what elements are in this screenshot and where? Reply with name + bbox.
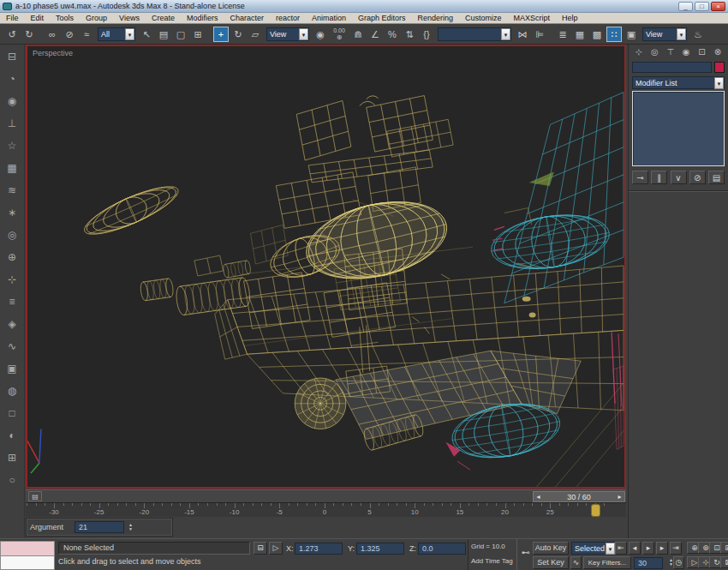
menu-item-reactor[interactable]: reactor bbox=[270, 14, 306, 22]
time-slider-track[interactable]: ▤ ◂ 30 / 60 ▸ bbox=[26, 489, 626, 502]
layer-manager-icon[interactable]: ≣ bbox=[555, 27, 570, 42]
go-to-start-button[interactable]: ⇤ bbox=[615, 542, 627, 555]
select-by-name-icon[interactable]: ▤ bbox=[156, 27, 171, 42]
menu-item-create[interactable]: Create bbox=[146, 14, 181, 22]
left-rail-icon-12[interactable]: ≡ bbox=[4, 294, 20, 309]
left-rail-icon-4[interactable]: ⊥ bbox=[4, 116, 20, 131]
render-type-dropdown-arrow-icon[interactable]: ▼ bbox=[677, 28, 686, 40]
select-object-icon[interactable]: ↖ bbox=[139, 27, 154, 42]
left-rail-icon-10[interactable]: ⊕ bbox=[4, 249, 20, 265]
viewport-label[interactable]: Perspective bbox=[33, 49, 73, 57]
undo-icon[interactable]: ↺ bbox=[4, 27, 20, 42]
named-selection-dropdown-arrow-icon[interactable]: ▼ bbox=[501, 28, 510, 40]
open-mini-trackview-button[interactable]: ▤ bbox=[28, 491, 42, 501]
pin-stack-button[interactable]: ⊸ bbox=[632, 171, 648, 184]
manipulate-toggle[interactable]: 0.00⊕ bbox=[330, 27, 349, 42]
time-configuration-button[interactable]: ◷ bbox=[673, 556, 684, 569]
menu-item-graph-editors[interactable]: Graph Editors bbox=[352, 14, 412, 22]
key-filters-button[interactable]: Key Filters... bbox=[583, 556, 631, 569]
wireframe-model-canvas[interactable] bbox=[27, 46, 624, 487]
left-rail-icon-18[interactable]: ◐ bbox=[4, 428, 20, 443]
percent-snap-icon[interactable]: % bbox=[385, 27, 400, 42]
play-button[interactable]: ▸ bbox=[642, 542, 654, 555]
menu-item-modifiers[interactable]: Modifiers bbox=[181, 14, 224, 22]
quick-render-icon[interactable]: ♨ bbox=[690, 27, 706, 42]
left-rail-icon-11[interactable]: ⊹ bbox=[4, 272, 20, 287]
object-color-swatch[interactable] bbox=[714, 62, 725, 73]
selection-region-icon[interactable]: ▢ bbox=[173, 27, 188, 42]
reference-coordinate-dropdown-arrow-icon[interactable]: ▼ bbox=[299, 28, 308, 40]
current-frame-field[interactable]: 30 bbox=[634, 557, 663, 569]
modifier-list-dropdown[interactable]: Modifier List ▼ bbox=[632, 76, 725, 89]
left-rail-icon-17[interactable]: □ bbox=[4, 405, 20, 421]
left-rail-icon-8[interactable]: ∗ bbox=[4, 205, 20, 220]
align-icon[interactable]: ⊫ bbox=[532, 27, 547, 42]
modifier-stack-list[interactable] bbox=[632, 91, 725, 166]
tab-hierarchy[interactable]: ⊤ bbox=[664, 46, 677, 58]
left-rail-icon-1[interactable]: ⊟ bbox=[4, 49, 20, 64]
bind-to-space-warp-icon[interactable]: ≈ bbox=[79, 27, 94, 42]
left-rail-icon-19[interactable]: ⊞ bbox=[4, 450, 20, 465]
spinner-snap-icon[interactable]: ⇅ bbox=[402, 27, 417, 42]
left-rail-icon-16[interactable]: ◍ bbox=[4, 383, 20, 399]
make-unique-button[interactable]: ∨ bbox=[671, 171, 687, 184]
tab-motion[interactable]: ◉ bbox=[679, 46, 693, 58]
material-editor-icon[interactable]: ∷ bbox=[606, 27, 622, 42]
render-scene-icon[interactable]: ▣ bbox=[624, 27, 639, 42]
select-and-scale-icon[interactable]: ▱ bbox=[248, 27, 263, 42]
select-and-link-icon[interactable]: ∞ bbox=[45, 27, 60, 42]
maxscript-mini-listener-macro[interactable] bbox=[0, 541, 55, 556]
left-rail-icon-6[interactable]: ▦ bbox=[4, 160, 20, 176]
left-rail-icon-13[interactable]: ◈ bbox=[4, 316, 20, 332]
left-rail-icon-3[interactable]: ◉ bbox=[4, 93, 20, 109]
named-selection-sets-icon[interactable]: {} bbox=[419, 27, 434, 42]
restore-button[interactable]: □ bbox=[695, 2, 709, 11]
perspective-viewport[interactable]: Perspective bbox=[26, 45, 626, 489]
minimize-button[interactable]: _ bbox=[678, 2, 693, 11]
curve-editor-icon[interactable]: ▦ bbox=[572, 27, 588, 42]
menu-item-character[interactable]: Character bbox=[224, 14, 270, 22]
menu-item-file[interactable]: File bbox=[0, 14, 25, 22]
absolute-offset-toggle[interactable]: ▷ bbox=[269, 542, 283, 555]
menu-item-customize[interactable]: Customize bbox=[459, 14, 508, 22]
left-rail-icon-14[interactable]: ∿ bbox=[4, 339, 20, 354]
use-center-icon[interactable]: ◉ bbox=[313, 27, 328, 42]
show-end-result-button[interactable]: ∥ bbox=[651, 171, 667, 184]
argument-spinner[interactable]: ▲▼ bbox=[127, 523, 134, 531]
set-key-button[interactable]: Set Key bbox=[533, 556, 569, 569]
select-and-move-icon[interactable]: + bbox=[213, 27, 229, 42]
left-rail-icon-9[interactable]: ◎ bbox=[4, 227, 20, 243]
menu-item-help[interactable]: Help bbox=[556, 14, 584, 22]
time-slider-handle[interactable]: ◂ 30 / 60 ▸ bbox=[533, 491, 625, 502]
reference-coordinate-dropdown[interactable]: View▼ bbox=[266, 27, 309, 41]
menu-item-edit[interactable]: Edit bbox=[25, 14, 51, 22]
modifier-list-arrow-icon[interactable]: ▼ bbox=[714, 77, 724, 89]
angle-snap-icon[interactable]: ∠ bbox=[367, 27, 383, 42]
unlink-selection-icon[interactable]: ⊘ bbox=[62, 27, 77, 42]
selection-lock-toggle[interactable]: ⊟ bbox=[254, 542, 267, 555]
object-name-field[interactable] bbox=[632, 62, 712, 73]
auto-key-button[interactable]: Auto Key bbox=[533, 542, 569, 555]
left-rail-icon-5[interactable]: ☆ bbox=[4, 138, 20, 153]
tab-utilities[interactable]: ⊗ bbox=[711, 46, 725, 58]
track-bar[interactable]: -30-25-20-15-10-50510152025 bbox=[26, 502, 626, 517]
x-coordinate-field[interactable]: 1.273 bbox=[295, 543, 343, 555]
next-frame-arrow-icon[interactable]: ▸ bbox=[615, 492, 624, 501]
maxscript-mini-listener[interactable] bbox=[0, 556, 55, 570]
go-to-end-button[interactable]: ⇥ bbox=[670, 542, 682, 555]
keyboard-shortcut-override-icon[interactable]: ⊷ bbox=[520, 548, 532, 557]
menu-item-animation[interactable]: Animation bbox=[306, 14, 352, 22]
y-coordinate-field[interactable]: 1.325 bbox=[356, 543, 404, 555]
key-mode-arrow-icon[interactable]: ▼ bbox=[606, 543, 615, 555]
named-selection-dropdown[interactable]: ▼ bbox=[438, 27, 511, 41]
selection-filter-dropdown[interactable]: All▼ bbox=[98, 27, 135, 41]
remove-modifier-button[interactable]: ⊘ bbox=[689, 171, 706, 184]
maximize-viewport-icon[interactable]: ⊠ bbox=[720, 556, 728, 568]
previous-frame-arrow-icon[interactable]: ◂ bbox=[534, 492, 543, 501]
configure-modifier-sets-button[interactable]: ▤ bbox=[708, 171, 725, 184]
mirror-icon[interactable]: ⋈ bbox=[515, 27, 530, 42]
snap-toggle-3d-icon[interactable]: ⋒ bbox=[350, 27, 366, 42]
tab-create[interactable]: ⊹ bbox=[632, 46, 646, 58]
menu-item-views[interactable]: Views bbox=[113, 14, 146, 22]
render-type-dropdown[interactable]: View▼ bbox=[642, 27, 687, 41]
